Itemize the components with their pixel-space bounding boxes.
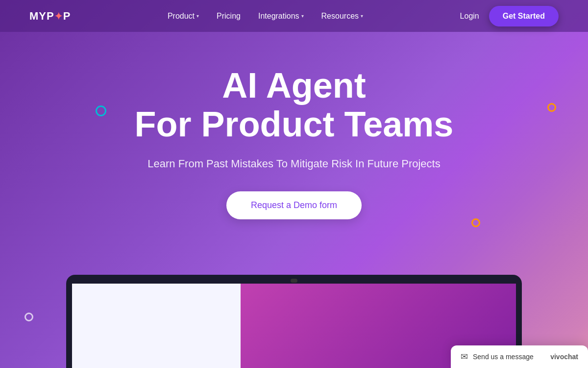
chat-send-label: Send us a message xyxy=(473,353,545,361)
nav-link-product[interactable]: Product ▾ xyxy=(168,12,199,21)
hero-title: AI Agent For Product Teams xyxy=(135,66,454,144)
nav-link-integrations[interactable]: Integrations ▾ xyxy=(258,12,304,21)
decoration-circle-orange-mid xyxy=(471,218,480,227)
logo[interactable]: MYP✦P xyxy=(29,10,71,23)
nav-label-pricing: Pricing xyxy=(217,12,241,21)
hero-section: AI Agent For Product Teams Learn From Pa… xyxy=(0,32,588,219)
laptop-notch xyxy=(291,279,297,283)
logo-text: MYP✦P xyxy=(29,10,71,23)
nav-label-product: Product xyxy=(168,12,195,21)
screen-content-left xyxy=(72,284,241,368)
get-started-button[interactable]: Get Started xyxy=(489,6,559,26)
login-button[interactable]: Login xyxy=(460,12,479,21)
hero-title-line2: For Product Teams xyxy=(135,105,454,144)
chevron-down-icon-resources: ▾ xyxy=(361,13,363,19)
nav-link-resources[interactable]: Resources ▾ xyxy=(321,12,363,21)
nav-label-integrations: Integrations xyxy=(258,12,299,21)
nav-link-pricing[interactable]: Pricing xyxy=(217,12,241,21)
nav-label-resources: Resources xyxy=(321,12,359,21)
hero-title-line1: AI Agent xyxy=(222,66,366,105)
nav-right: Login Get Started xyxy=(460,6,559,26)
chat-widget[interactable]: ✉ Send us a message vivochat xyxy=(451,345,588,368)
envelope-icon: ✉ xyxy=(461,351,468,362)
laptop-screen xyxy=(72,284,516,368)
chevron-down-icon: ▾ xyxy=(196,13,199,19)
decoration-circle-white-bottom xyxy=(24,313,33,321)
demo-button[interactable]: Request a Demo form xyxy=(226,191,362,219)
logo-icon: ✦ xyxy=(54,10,63,22)
chevron-down-icon-integrations: ▾ xyxy=(301,13,304,19)
page-wrapper: MYP✦P Product ▾ Pricing Integrations ▾ xyxy=(0,0,588,368)
nav-item-product[interactable]: Product ▾ xyxy=(168,12,199,21)
nav-links: Product ▾ Pricing Integrations ▾ Resourc… xyxy=(168,12,363,21)
nav-item-resources[interactable]: Resources ▾ xyxy=(321,12,363,21)
navbar: MYP✦P Product ▾ Pricing Integrations ▾ xyxy=(0,0,588,32)
chat-brand-label: vivochat xyxy=(550,353,578,361)
nav-item-integrations[interactable]: Integrations ▾ xyxy=(258,12,304,21)
hero-subtitle: Learn From Past Mistakes To Mitigate Ris… xyxy=(147,156,440,172)
nav-item-pricing[interactable]: Pricing xyxy=(217,12,241,21)
